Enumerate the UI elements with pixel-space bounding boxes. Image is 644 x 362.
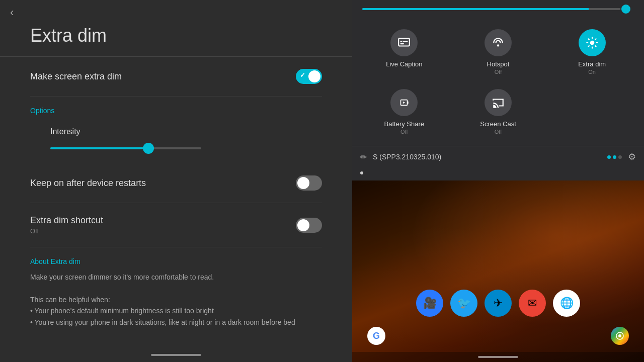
brightness-fill: [362, 8, 589, 10]
shortcut-label: Extra dim shortcut: [30, 215, 103, 226]
app-chrome[interactable]: 🌐: [553, 290, 580, 317]
intensity-section: Intensity: [30, 120, 322, 163]
screen-cast-icon-circle: [485, 89, 512, 116]
shortcut-toggle[interactable]: [296, 218, 322, 233]
qs-tile-extra-dim[interactable]: Extra dim On: [545, 22, 639, 82]
battery-share-sub: Off: [400, 129, 408, 135]
search-bar-row: G: [352, 323, 644, 352]
qs-tiles-grid: Live Caption Hotspot Off: [352, 18, 644, 146]
app-gmail[interactable]: ✉: [519, 290, 546, 317]
hotspot-label: Hotspot: [487, 60, 510, 68]
phone-nav-bar: [352, 352, 644, 362]
app-dock: 🎥 🐦 ✈ ✉ 🌐: [352, 284, 644, 323]
hotspot-icon-circle: [485, 29, 512, 56]
keep-on-restarts-toggle[interactable]: [296, 175, 322, 191]
about-title: About Extra dim: [30, 257, 322, 265]
brightness-thumb[interactable]: [620, 4, 631, 15]
small-dot-row: [352, 167, 644, 180]
build-text: S (SPP3.210325.010): [373, 153, 607, 161]
dots-indicator: [607, 155, 622, 159]
svg-rect-1: [400, 41, 403, 42]
live-caption-label: Live Caption: [386, 60, 422, 68]
edit-icon[interactable]: ✏: [360, 152, 367, 162]
keep-on-restarts-row: Keep on after device restarts: [30, 163, 322, 203]
extra-dim-icon: [586, 36, 599, 49]
slider-fill: [50, 147, 148, 149]
bottom-indicator: [151, 354, 201, 356]
extra-dim-label: Extra dim: [578, 60, 606, 68]
right-panel: Live Caption Hotspot Off: [352, 0, 644, 362]
hotspot-icon: [492, 36, 505, 49]
keep-on-restarts-knob: [297, 177, 309, 189]
shortcut-label-group: Extra dim shortcut Off: [30, 215, 103, 235]
live-caption-icon: [397, 36, 411, 49]
dot-2: [613, 155, 616, 159]
shortcut-row: Extra dim shortcut Off: [30, 203, 322, 247]
svg-point-8: [618, 334, 621, 337]
svg-point-4: [497, 44, 499, 46]
qs-tile-screen-cast[interactable]: Screen Cast Off: [451, 82, 545, 142]
intensity-slider[interactable]: [50, 143, 201, 153]
brightness-row: [352, 0, 644, 18]
app-twitter[interactable]: 🐦: [450, 290, 477, 317]
toggle-knob: [308, 70, 320, 82]
screen-cast-icon: [492, 96, 505, 109]
main-toggle-label: Make screen extra dim: [30, 71, 122, 82]
options-label: Options: [30, 97, 322, 120]
screen-cast-label: Screen Cast: [480, 120, 516, 128]
build-info-row: ✏ S (SPP3.210325.010) ⚙: [352, 146, 644, 167]
brightness-slider[interactable]: [362, 8, 629, 10]
extra-dim-sub: On: [588, 69, 596, 75]
google-search-button[interactable]: G: [367, 327, 385, 345]
intensity-label: Intensity: [50, 127, 322, 136]
left-panel: ‹ Extra dim Make screen extra dim Option…: [0, 0, 352, 362]
qs-tile-battery-share[interactable]: Battery Share Off: [357, 82, 451, 142]
qs-tile-hotspot[interactable]: Hotspot Off: [451, 22, 545, 82]
dot-1: [607, 155, 611, 159]
live-caption-icon-circle: [390, 29, 418, 56]
page-dot: [360, 171, 363, 174]
google-assistant-button[interactable]: [611, 327, 629, 345]
battery-share-icon: [397, 96, 411, 109]
svg-rect-2: [403, 41, 408, 42]
battery-share-icon-circle: [390, 89, 418, 116]
settings-content: Make screen extra dim Options Intensity …: [0, 57, 352, 348]
about-text: Make your screen dimmer so it's more com…: [30, 272, 322, 328]
qs-tile-live-caption[interactable]: Live Caption: [357, 22, 451, 82]
svg-rect-0: [398, 38, 410, 46]
page-title: Extra dim: [30, 25, 322, 46]
app-zoom[interactable]: 🎥: [416, 290, 443, 317]
settings-gear-icon[interactable]: ⚙: [628, 151, 636, 162]
assistant-icon: [615, 331, 624, 340]
title-area: Extra dim: [0, 0, 352, 56]
screen-cast-sub: Off: [495, 129, 502, 135]
bottom-bar: [0, 348, 352, 362]
shortcut-knob: [297, 219, 309, 231]
home-indicator[interactable]: [478, 356, 518, 358]
app-telegram[interactable]: ✈: [485, 290, 512, 317]
about-section: About Extra dim Make your screen dimmer …: [30, 247, 322, 338]
keep-on-restarts-label: Keep on after device restarts: [30, 178, 146, 189]
quick-settings-panel: Live Caption Hotspot Off: [352, 0, 644, 180]
extra-dim-icon-circle: [579, 29, 606, 56]
phone-wallpaper: 🎥 🐦 ✈ ✉ 🌐 G: [352, 180, 644, 362]
hotspot-sub: Off: [495, 69, 502, 75]
slider-track: [50, 147, 201, 149]
main-toggle[interactable]: [296, 69, 322, 84]
svg-point-5: [590, 41, 594, 45]
svg-rect-3: [400, 43, 405, 44]
battery-share-label: Battery Share: [384, 120, 425, 128]
dot-3: [618, 155, 622, 159]
main-toggle-row: Make screen extra dim: [30, 57, 322, 97]
shortcut-sub: Off: [30, 227, 103, 235]
slider-thumb[interactable]: [143, 143, 154, 154]
back-button[interactable]: ‹: [10, 6, 14, 19]
